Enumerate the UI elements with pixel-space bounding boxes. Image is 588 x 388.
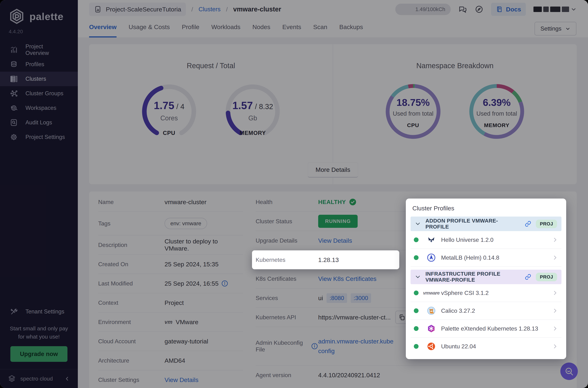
row-kubernetes-spotlight: Kubernetes1.28.13 xyxy=(252,250,399,269)
chevron-right-icon xyxy=(552,325,558,332)
profile-layer-metallb[interactable]: MetalLB (Helm) 0.14.8 xyxy=(411,249,562,267)
chevron-right-icon xyxy=(552,343,558,349)
cluster-profiles-title: Cluster Profiles xyxy=(412,205,562,212)
status-dot-green xyxy=(414,255,419,260)
cluster-profiles-panel: Cluster Profiles ADDON PROFILE VMWARE-PR… xyxy=(406,198,566,359)
status-dot-green xyxy=(414,291,419,295)
kubernetes-version: 1.28.13 xyxy=(318,256,339,264)
ubuntu-logo-icon xyxy=(426,342,437,351)
chevron-down-icon xyxy=(415,274,421,280)
metallb-logo-icon xyxy=(426,253,437,262)
profile-layer-calico[interactable]: Calico 3.27.2 xyxy=(411,302,562,320)
profile-layer-vsphere-csi[interactable]: vmware vSphere CSI 3.1.2 xyxy=(411,284,562,302)
status-dot-green xyxy=(414,326,419,331)
profile-layer-palette-extended-kubernetes[interactable]: Palette eXtended Kubernetes 1.28.13 xyxy=(411,320,562,338)
profile-layer-hello-universe[interactable]: Hello Universe 1.2.0 xyxy=(411,231,562,249)
profile-layer-ubuntu[interactable]: Ubuntu 22.04 xyxy=(411,338,562,355)
chevron-down-icon xyxy=(415,221,421,227)
hello-universe-logo-icon xyxy=(426,235,437,244)
infrastructure-profile-header[interactable]: INFRASTRUCTURE PROFILE VMWARE-PROFILE PR… xyxy=(411,270,562,284)
addon-profile-header[interactable]: ADDON PROFILE VMWARE-PROFILE PROJ xyxy=(411,217,562,231)
proj-scope-badge: PROJ xyxy=(536,220,557,228)
proj-scope-badge: PROJ xyxy=(536,273,557,281)
chevron-right-icon xyxy=(552,237,558,243)
app-window: palette 4.4.20 Project Overview Profiles… xyxy=(0,0,588,388)
status-dot-green xyxy=(414,344,419,349)
link-icon xyxy=(525,274,531,280)
calico-logo-icon xyxy=(426,306,437,315)
pxk-logo-icon xyxy=(426,324,437,333)
link-icon xyxy=(525,221,531,227)
chevron-right-icon xyxy=(552,255,558,261)
status-dot-green xyxy=(414,308,419,313)
vmware-logo: vmware xyxy=(426,290,437,296)
chevron-right-icon xyxy=(552,308,558,314)
chevron-right-icon xyxy=(552,290,558,296)
status-dot-green xyxy=(414,238,419,242)
